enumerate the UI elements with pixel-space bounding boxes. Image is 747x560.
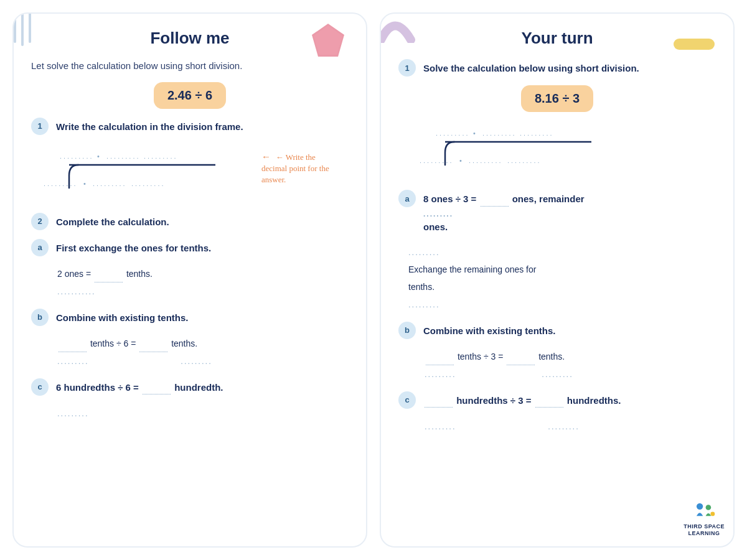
step-a-row: a First exchange the ones for tenths.	[31, 239, 349, 256]
q1-row: 1 Solve the calculation below using shor…	[398, 59, 716, 77]
step-a-text: First exchange the ones for tenths.	[56, 239, 211, 256]
right-dots-b2: .........	[542, 370, 573, 379]
q1-badge: 1	[398, 59, 416, 77]
svg-text:•: •	[473, 129, 477, 137]
right-step-a-text: 8 ones ÷ 3 = ones, remainder ......... o…	[423, 190, 585, 235]
svg-text:.........: .........	[507, 157, 542, 164]
svg-rect-15	[674, 39, 715, 50]
svg-text:•: •	[97, 152, 101, 160]
right-step-b-row: b Combine with existing tenths.	[398, 322, 716, 339]
step-c-row: c 6 hundredths ÷ 6 = hundredth.	[31, 378, 349, 396]
step-1-row: 1 Write the calculation in the division …	[31, 118, 349, 135]
dots-2: .........	[57, 357, 89, 366]
tenths-line-left: tenths ÷ 6 = tenths.	[57, 338, 197, 348]
step-2-row: 2 Complete the calculation.	[31, 213, 349, 230]
ones-blank	[95, 282, 123, 282]
right-dots-c2: .........	[548, 422, 580, 431]
right-step-b-text: Combine with existing tenths.	[423, 322, 556, 338]
right-dots-a3: .........	[408, 300, 440, 309]
tenths-blank-2	[139, 352, 167, 352]
step-1-badge: 1	[31, 118, 49, 135]
svg-text:•: •	[459, 157, 463, 164]
left-panel-header: Follow me	[31, 29, 349, 48]
svg-text:.........: .........	[436, 129, 470, 137]
right-tenths-b2	[507, 365, 535, 365]
your-turn-panel: Your turn 1 Solve the calculation below …	[380, 12, 735, 548]
svg-text:.........: .........	[520, 129, 554, 137]
right-tenths-calc: tenths ÷ 3 = tenths.	[425, 352, 565, 362]
annotation-arrow: ←	[261, 150, 271, 163]
step-b-badge: b	[31, 309, 49, 326]
tsl-logo-text: THIRD SPACE LEARNING	[684, 523, 725, 538]
right-c-blank1	[425, 407, 453, 408]
tsl-logo-icon	[692, 501, 716, 521]
ones-line: 2 ones = tenths.	[57, 269, 153, 279]
step-b-row: b Combine with existing tenths.	[31, 309, 349, 326]
right-a-blank1	[481, 206, 509, 207]
svg-text:.........: .........	[106, 152, 141, 160]
right-c-blank2	[535, 407, 563, 408]
right-dots-a1: .........	[423, 210, 453, 218]
right-step-a-sub: ......... Exchange the remaining ones fo…	[408, 243, 716, 313]
left-equation: 2.46 ÷ 6	[154, 82, 226, 109]
right-equation: 8.16 ÷ 3	[521, 85, 593, 112]
step-a-badge: a	[31, 239, 49, 256]
svg-point-26	[706, 505, 712, 510]
svg-marker-5	[314, 26, 342, 55]
svg-text:•: •	[83, 180, 87, 187]
yellow-bar-deco	[672, 34, 716, 56]
left-equation-wrapper: 2.46 ÷ 6	[31, 82, 349, 109]
right-step-c-badge: c	[398, 391, 416, 409]
division-frame-right: ......... • ......... ......... ........…	[417, 124, 716, 177]
tenths-blank-1	[59, 352, 87, 352]
right-tenths-b1	[426, 365, 454, 365]
right-step-c-text: hundredths ÷ 3 = hundredths.	[423, 391, 621, 408]
right-step-a-row: a 8 ones ÷ 3 = ones, remainder .........…	[398, 190, 716, 235]
left-panel-title: Follow me	[150, 29, 229, 48]
right-tenths-line: tenths.	[408, 282, 435, 292]
svg-text:.........: .........	[44, 180, 78, 187]
q1-text: Solve the calculation below using short …	[423, 59, 639, 76]
right-step-c-dots: ......... .........	[425, 418, 716, 435]
right-exchange-line: Exchange the remaining ones for	[408, 264, 536, 274]
svg-text:.........: .........	[469, 157, 503, 164]
step-c-dots: .........	[57, 404, 349, 422]
svg-text:.........: .........	[144, 152, 178, 160]
annotation-text: ← ← Write the decimal point for the answ…	[261, 150, 342, 186]
step-b-content: tenths ÷ 6 = tenths. ......... .........	[57, 335, 349, 370]
dots-1: ...........	[57, 287, 96, 296]
right-panel-title: Your turn	[521, 29, 593, 48]
division-frame-area: ......... • ......... ......... ........…	[31, 144, 349, 204]
right-equation-wrapper: 8.16 ÷ 3	[398, 85, 716, 112]
dots-4: .........	[57, 409, 89, 418]
right-dots-a2: .........	[408, 248, 440, 257]
follow-me-panel: Follow me Let solve the calculation belo…	[12, 12, 367, 548]
svg-text:.........: .........	[482, 129, 517, 137]
right-step-b-content: tenths ÷ 3 = tenths. ......... .........	[425, 348, 716, 383]
step-a-content: 2 ones = tenths. ...........	[57, 265, 349, 300]
step-2-text: Complete the calculation.	[56, 213, 169, 230]
svg-point-27	[710, 511, 715, 516]
right-step-b-badge: b	[398, 322, 416, 339]
step-b-text: Combine with existing tenths.	[56, 309, 189, 325]
svg-text:.........: .........	[420, 157, 454, 164]
right-dots-c1: .........	[425, 422, 456, 431]
right-step-c-row: c hundredths ÷ 3 = hundredths.	[398, 391, 716, 409]
right-panel-header: Your turn	[398, 29, 716, 48]
step-c-badge: c	[31, 378, 49, 396]
tsl-logo: THIRD SPACE LEARNING	[684, 501, 725, 538]
hundredths-blank	[143, 394, 171, 394]
step-c-text: 6 hundredths ÷ 6 = hundredth.	[56, 378, 223, 395]
dots-3: .........	[181, 357, 212, 366]
right-dots-b1: .........	[425, 370, 456, 379]
svg-point-25	[697, 503, 703, 509]
left-intro-text: Let solve the calculation below using sh…	[31, 59, 349, 73]
step-1-text: Write the calculation in the division fr…	[56, 118, 243, 134]
svg-text:.........: .........	[60, 152, 94, 160]
pink-diamond-deco	[308, 22, 349, 62]
svg-text:.........: .........	[131, 180, 166, 187]
division-frame-left: ......... • ......... ......... ........…	[41, 147, 215, 200]
step-2-badge: 2	[31, 213, 49, 230]
svg-text:.........: .........	[93, 180, 127, 187]
right-step-a-badge: a	[398, 190, 416, 207]
